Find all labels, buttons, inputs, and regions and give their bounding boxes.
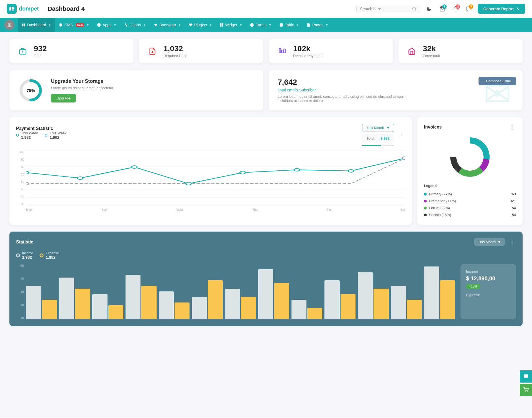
nav-item-plugins[interactable]: Plugins ▼ (185, 18, 216, 32)
statistic-title: Statistic (16, 240, 33, 245)
generate-report-label: Generate Report (483, 7, 514, 11)
invoice-item-primary: Primary (27%) 763 (424, 191, 516, 198)
inv-label-socials: Socials (15%) (429, 213, 451, 217)
svg-rect-17 (222, 24, 223, 25)
stats-row: 932 Tariff 1,032 Required Price 102k Det… (9, 39, 523, 63)
bar-yellow (108, 305, 123, 319)
stat-card-price: 1,032 Required Price (139, 39, 263, 63)
bar-group (225, 264, 256, 319)
nav-item-dashboard[interactable]: Dashboard ▼ (18, 18, 55, 32)
header: dompet Dashboard 4 2 12 5 Generate Repor… (0, 0, 532, 18)
invoice-item-forum: Forum (22%) 154 (424, 204, 516, 211)
payment-chart-menu[interactable]: ⋮ (397, 132, 405, 138)
stat-label-force: Force tariff (423, 54, 440, 58)
logo-text: dompet (19, 6, 39, 12)
bar-group (159, 264, 190, 319)
nav-label-bootstrap: Bootstrap (159, 23, 176, 27)
bar-yellow (341, 294, 355, 319)
nav-label-charts: Charts (130, 23, 141, 27)
svg-rect-30 (279, 48, 281, 53)
chat-icon-btn[interactable]: 5 (464, 4, 473, 13)
income-panel-label: Income (466, 270, 510, 274)
upgrade-button[interactable]: Upgrade (51, 94, 76, 102)
svg-rect-18 (222, 25, 223, 26)
legend-label-2: This Week (50, 131, 66, 135)
nav-label-apps: Apps (103, 23, 111, 27)
bar-yellow (307, 308, 322, 319)
bar-white (26, 286, 41, 319)
storage-info: Upgrade Your Storage Lorem ipsum dolor s… (51, 78, 114, 102)
nav-item-bootstrap[interactable]: Bootstrap ▼ (150, 18, 185, 32)
nav-item-cms[interactable]: CMS New ▼ (55, 18, 93, 32)
svg-rect-21 (280, 24, 283, 27)
inv-dot-promotion (424, 200, 427, 202)
bar-group (391, 264, 422, 319)
income-panel: Income $ 12,890,00 +15% Expense (461, 264, 516, 319)
bar-group (92, 264, 123, 319)
stat-label-tariff: Tariff (34, 54, 47, 58)
nav-item-forms[interactable]: Forms ▼ (246, 18, 275, 32)
moon-icon-btn[interactable] (424, 4, 433, 13)
stat-card-payments: 102k Detailed Payments (269, 39, 393, 63)
invoices-title: Invoices (424, 125, 442, 130)
nav-item-apps[interactable]: Apps ▼ (93, 18, 120, 32)
nav-label-forms: Forms (255, 23, 267, 27)
cart-icon-btn[interactable]: 2 (438, 4, 447, 13)
nav-item-widget[interactable]: Widget ▼ (216, 18, 246, 32)
bar-white (59, 278, 74, 319)
svg-point-46 (186, 182, 191, 185)
storage-percent: 75% (27, 88, 35, 93)
logo[interactable]: dompet (7, 4, 39, 14)
statistic-card: Statistic This Month ▼ ⋮ Income 1.982 (9, 232, 523, 326)
generate-report-button[interactable]: Generate Report (478, 4, 525, 14)
svg-rect-16 (220, 24, 221, 25)
svg-rect-2 (12, 9, 14, 11)
invoices-menu[interactable]: ⋮ (508, 124, 516, 130)
inv-dot-socials (424, 214, 427, 216)
header-right: 2 12 5 Generate Report (356, 4, 525, 14)
svg-rect-32 (284, 49, 285, 53)
income-leg-label: Income (22, 251, 33, 255)
inv-val-primary: 763 (510, 192, 516, 196)
line-chart-svg (26, 150, 405, 206)
invoice-item-promotion: Promotion (11%) 321 (424, 198, 516, 204)
invoice-legend-title: Legend (424, 184, 516, 188)
storage-desc: Lorem ipsum dolor sit amet, onsectetur. (51, 86, 114, 90)
invoices-donut-wrap (424, 135, 516, 179)
bar-yellow (374, 289, 388, 319)
storage-title: Upgrade Your Storage (51, 78, 114, 84)
nav-avatar (4, 20, 14, 30)
svg-point-57 (457, 144, 483, 170)
nav-item-charts[interactable]: Charts ▼ (120, 18, 150, 32)
stat-card-force: 32k Force tariff (398, 39, 523, 63)
expense-leg-value: 1.982 (46, 255, 59, 260)
stat-icon-force (405, 45, 418, 58)
nav-label-dashboard: Dashboard (27, 23, 46, 27)
expense-leg-label: Expense (46, 251, 59, 255)
search-input[interactable] (360, 7, 410, 11)
nav-item-pages[interactable]: Pages ▼ (303, 18, 332, 32)
bar-white (192, 297, 207, 319)
month-select-button[interactable]: This Month ▼ (362, 124, 394, 132)
legend-val-2: 1.982 (50, 135, 66, 140)
bar-yellow (274, 283, 289, 319)
invoices-donut-svg (448, 135, 492, 179)
bar-white (159, 291, 174, 319)
income-leg-value: 1.982 (22, 255, 33, 260)
x-axis-labels: Mon Tue Wed Thu Fri Sat (26, 208, 405, 211)
main-content: 932 Tariff 1,032 Required Price 102k Det… (3, 32, 529, 333)
legend-week2: This Week 1.982 (45, 131, 66, 140)
nav: Dashboard ▼ CMS New ▼ Apps ▼ Charts ▼ Bo… (0, 18, 532, 32)
statistic-month-button[interactable]: This Month ▼ (474, 238, 505, 246)
svg-rect-0 (9, 7, 11, 11)
legend-dot-blue (45, 134, 47, 137)
statistic-menu[interactable]: ⋮ (508, 239, 516, 245)
bell-icon-btn[interactable]: 12 (451, 4, 460, 13)
stat-icon-payments (275, 45, 289, 58)
mid-row: 75% Upgrade Your Storage Lorem ipsum dol… (9, 70, 523, 111)
svg-rect-7 (22, 24, 24, 25)
legend-dot-teal (16, 134, 19, 137)
nav-item-table[interactable]: Table ▼ (275, 18, 303, 32)
inv-val-forum: 154 (510, 206, 516, 210)
bar-yellow (407, 300, 422, 319)
